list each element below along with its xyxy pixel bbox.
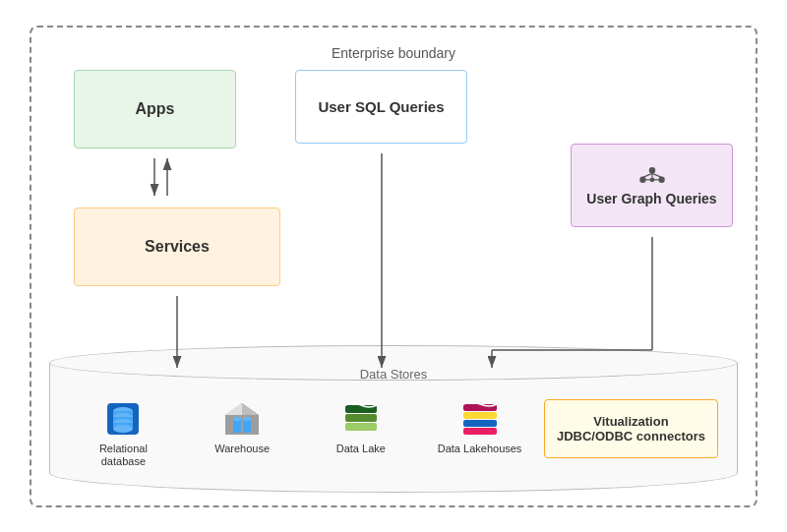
svg-line-7 bbox=[652, 173, 662, 177]
svg-line-6 bbox=[642, 173, 652, 177]
svg-rect-30 bbox=[463, 412, 497, 419]
user-sql-label: User SQL Queries bbox=[318, 98, 444, 115]
user-sql-box: User SQL Queries bbox=[295, 70, 467, 144]
data-stores-cylinder: Data Stores Relationaldatabase bbox=[49, 345, 738, 493]
apps-box: Apps bbox=[74, 70, 236, 148]
apps-label: Apps bbox=[136, 100, 175, 118]
svg-rect-32 bbox=[463, 428, 497, 435]
svg-marker-21 bbox=[225, 403, 242, 415]
warehouse-label: Warehouse bbox=[214, 443, 270, 455]
diagram-container: Enterprise boundary Apps Services bbox=[20, 16, 767, 517]
datalake-label: Data Lake bbox=[336, 443, 386, 455]
ds-datalakehouse: Data Lakehouses bbox=[425, 399, 534, 455]
ds-datalake: Data Lake bbox=[306, 399, 415, 455]
datalake-icon bbox=[341, 399, 381, 439]
svg-point-25 bbox=[243, 417, 251, 421]
virtualization-box: Vitualization JDBC/ODBC connectors bbox=[544, 399, 718, 458]
svg-rect-24 bbox=[243, 419, 251, 433]
svg-point-18 bbox=[113, 425, 133, 433]
ds-warehouse: Warehouse bbox=[188, 399, 297, 455]
relational-db-icon bbox=[103, 399, 143, 439]
graph-icon bbox=[636, 163, 668, 187]
virtualization-label: Vitualization JDBC/ODBC connectors bbox=[555, 414, 707, 443]
datalakehouse-label: Data Lakehouses bbox=[438, 443, 522, 455]
ds-icons-row: Relationaldatabase Warehouse bbox=[69, 399, 718, 468]
user-graph-label: User Graph Queries bbox=[586, 191, 716, 207]
svg-rect-22 bbox=[233, 419, 241, 433]
warehouse-icon bbox=[221, 399, 263, 439]
services-box: Services bbox=[74, 207, 280, 286]
svg-point-2 bbox=[648, 167, 654, 173]
svg-rect-31 bbox=[463, 420, 497, 427]
datalakehouse-icon bbox=[459, 399, 501, 439]
relational-db-label: Relationaldatabase bbox=[99, 443, 148, 468]
ds-relational: Relationaldatabase bbox=[69, 399, 178, 468]
services-label: Services bbox=[145, 238, 210, 256]
svg-rect-27 bbox=[345, 414, 377, 422]
svg-point-23 bbox=[233, 417, 241, 421]
data-stores-label: Data Stores bbox=[360, 367, 428, 382]
svg-rect-28 bbox=[345, 423, 377, 431]
enterprise-boundary-label: Enterprise boundary bbox=[326, 45, 461, 61]
svg-marker-20 bbox=[242, 403, 259, 415]
user-graph-box: User Graph Queries bbox=[571, 144, 733, 227]
